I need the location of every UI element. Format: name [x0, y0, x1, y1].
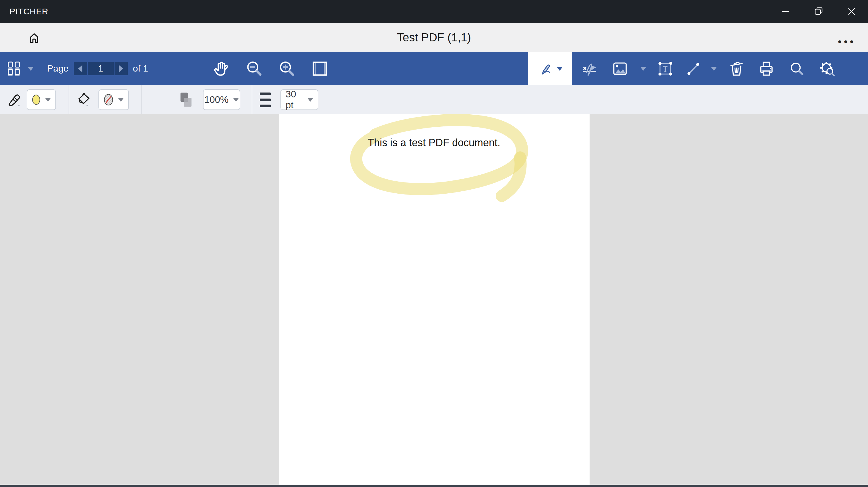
hand-icon: [213, 60, 229, 77]
annotation-tools: [528, 52, 868, 85]
gear-magnifier-icon: [818, 60, 836, 77]
close-button[interactable]: [835, 0, 868, 23]
opacity-select[interactable]: 100%: [203, 89, 240, 110]
stroke-color-tool[interactable]: [7, 92, 23, 108]
stroke-color-picker[interactable]: [27, 89, 56, 110]
settings-button[interactable]: [818, 60, 836, 77]
page-fit-icon: [311, 60, 328, 77]
line-dropdown[interactable]: [711, 67, 717, 71]
arrow-left-icon: [78, 65, 82, 73]
text-box-tool-button[interactable]: [657, 61, 673, 77]
paintbrush-icon: [7, 92, 23, 108]
caret-down-icon: [233, 98, 239, 102]
fill-color-tool[interactable]: [76, 92, 92, 108]
page-navigation: 1: [74, 62, 128, 75]
window-controls: [769, 0, 868, 23]
thickness-value: 30 pt: [286, 89, 303, 111]
thumbnails-button[interactable]: [7, 61, 21, 76]
main-toolbar: Page 1 of 1: [0, 52, 868, 85]
document-title: Test PDF (1,1): [0, 31, 868, 44]
document-canvas: This is a test PDF document.: [0, 114, 868, 487]
zoom-in-button[interactable]: [279, 60, 296, 77]
caret-down-icon: [711, 67, 717, 71]
caret-down-icon: [307, 98, 313, 102]
text-box-icon: [657, 61, 673, 77]
page-label: Page: [47, 63, 69, 74]
paint-bucket-icon: [76, 92, 92, 108]
minimize-icon: [781, 7, 790, 17]
thumbnails-dropdown[interactable]: [28, 67, 34, 71]
no-fill-swatch-icon: [104, 92, 113, 107]
minimize-button[interactable]: [769, 0, 802, 23]
divider: [142, 85, 142, 114]
page-grid-icon: [7, 61, 21, 76]
trash-icon: [728, 61, 745, 77]
bar-icon: [260, 105, 271, 107]
signature-tool-button[interactable]: [580, 60, 598, 77]
previous-page-button[interactable]: [74, 62, 87, 75]
divider: [252, 85, 252, 114]
page-number-input[interactable]: 1: [88, 62, 114, 75]
caret-down-icon: [118, 98, 124, 102]
maximize-button[interactable]: [802, 0, 835, 23]
caret-down-icon: [45, 98, 51, 102]
page-count-label: of 1: [133, 63, 148, 74]
thickness-tool[interactable]: [260, 91, 271, 109]
app-title: PITCHER: [9, 7, 48, 17]
pan-tool-button[interactable]: [213, 60, 229, 77]
maximize-restore-icon: [814, 7, 824, 17]
arrow-right-icon: [119, 65, 123, 73]
bar-icon: [260, 92, 271, 95]
titlebar: PITCHER: [0, 0, 868, 23]
delete-button[interactable]: [728, 61, 745, 77]
opacity-squares-icon: [179, 92, 193, 108]
opacity-tool[interactable]: [179, 92, 193, 108]
line-tool-button[interactable]: [686, 61, 701, 76]
zoom-out-button[interactable]: [246, 60, 262, 77]
highlighter-icon: [537, 61, 552, 76]
magnifier-plus-icon: [279, 60, 296, 77]
search-icon: [789, 61, 804, 76]
image-icon: [612, 61, 628, 77]
next-page-button[interactable]: [115, 62, 128, 75]
pdf-page: [279, 114, 590, 485]
highlighter-tool-selected[interactable]: [528, 52, 572, 85]
fit-width-button[interactable]: [311, 60, 328, 77]
header: Test PDF (1,1) •••: [0, 23, 868, 52]
pdf-text-content: This is a test PDF document.: [368, 137, 500, 149]
opacity-value: 100%: [205, 94, 228, 105]
image-tool-button[interactable]: [612, 61, 628, 77]
image-dropdown[interactable]: [640, 67, 646, 71]
highlighter-dropdown-icon: [557, 67, 563, 71]
signature-icon: [580, 60, 598, 77]
yellow-swatch-icon: [32, 92, 40, 107]
search-button[interactable]: [789, 61, 804, 76]
printer-icon: [758, 61, 774, 77]
line-icon: [686, 61, 701, 76]
caret-down-icon: [640, 67, 646, 71]
tool-properties-bar: 100% 30 pt: [0, 85, 868, 115]
bar-icon: [260, 98, 271, 101]
horizontal-scrollbar[interactable]: [0, 485, 868, 487]
close-icon: [847, 7, 857, 17]
magnifier-minus-icon: [246, 60, 262, 77]
fill-color-picker[interactable]: [98, 89, 129, 110]
thickness-select[interactable]: 30 pt: [280, 89, 318, 110]
caret-down-icon: [28, 67, 34, 71]
print-button[interactable]: [758, 61, 774, 77]
divider: [69, 85, 69, 114]
